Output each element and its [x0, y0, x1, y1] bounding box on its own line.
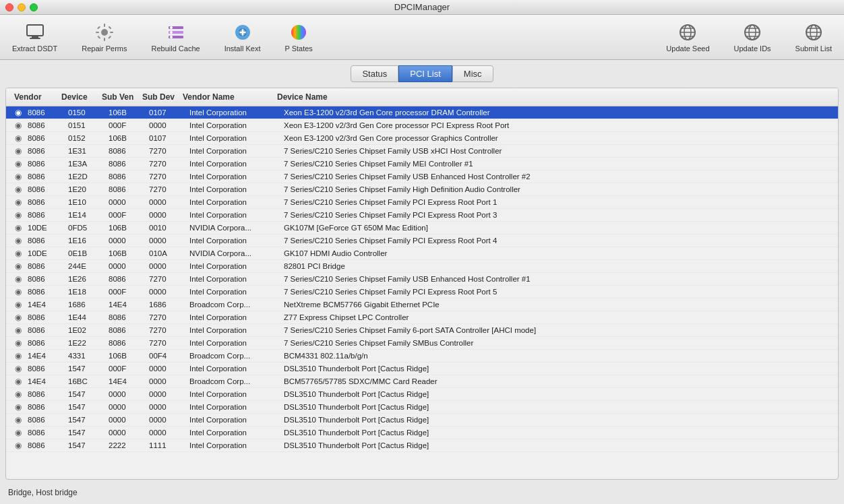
row-dname: Xeon E3-1200 v2/3rd Gen Core processor G…: [281, 133, 833, 143]
extract-dsdt-label: Extract DSDT: [12, 44, 57, 53]
table-row[interactable]: ◉ 14E4 16BC 14E4 0000 Broadcom Corp... B…: [6, 375, 838, 388]
table-row[interactable]: ◉ 8086 1E3A 8086 7270 Intel Corporation …: [6, 158, 838, 170]
row-vname: Intel Corporation: [187, 364, 281, 373]
row-dname: 7 Series/C210 Series Chipset Family USB …: [281, 172, 833, 181]
row-vendor: 8086: [25, 108, 65, 117]
row-vendor: 8086: [25, 338, 65, 348]
table-row[interactable]: ◉ 8086 1547 000F 0000 Intel Corporation …: [6, 363, 838, 375]
row-icon: ◉: [11, 402, 25, 412]
row-subven: 0000: [106, 389, 146, 399]
svg-point-17: [170, 36, 173, 38]
update-seed-button[interactable]: Update Seed: [661, 19, 715, 55]
maximize-button[interactable]: [30, 3, 38, 11]
repair-perms-button[interactable]: Repair Perms: [76, 19, 132, 55]
row-subdev: 0000: [146, 236, 187, 245]
p-states-icon: [288, 22, 309, 43]
row-dname: 7 Series/C210 Series Chipset Family SMBu…: [281, 338, 833, 348]
row-vname: Broadcom Corp...: [187, 377, 281, 386]
row-subdev: 0000: [146, 377, 187, 386]
table-row[interactable]: ◉ 8086 0152 106B 0107 Intel Corporation …: [6, 132, 838, 145]
table-row[interactable]: ◉ 8086 1547 0000 0000 Intel Corporation …: [6, 414, 838, 427]
col-vname: Vendor Name: [180, 91, 274, 103]
row-device: 0152: [65, 133, 106, 143]
install-kext-button[interactable]: Install Kext: [219, 19, 266, 55]
col-subven: Sub Ven: [99, 91, 140, 103]
row-subven: 106B: [106, 223, 146, 232]
row-vendor: 14E4: [25, 377, 65, 386]
row-vendor: 14E4: [25, 351, 65, 360]
table-row[interactable]: ◉ 8086 1E44 8086 7270 Intel Corporation …: [6, 311, 838, 324]
row-subdev: 7270: [146, 185, 187, 194]
row-vname: Intel Corporation: [187, 415, 281, 424]
minimize-button[interactable]: [18, 3, 26, 11]
row-vname: Intel Corporation: [187, 274, 281, 284]
update-ids-button[interactable]: Update IDs: [729, 19, 777, 55]
row-icon: ◉: [11, 415, 25, 424]
table-row[interactable]: ◉ 14E4 1686 14E4 1686 Broadcom Corp... N…: [6, 298, 838, 311]
extract-dsdt-button[interactable]: Extract DSDT: [7, 19, 63, 55]
table-row[interactable]: ◉ 8086 244E 0000 0000 Intel Corporation …: [6, 260, 838, 273]
table-row[interactable]: ◉ 8086 0150 106B 0107 Intel Corporation …: [6, 106, 838, 119]
table-row[interactable]: ◉ 8086 1E16 0000 0000 Intel Corporation …: [6, 234, 838, 247]
table-row[interactable]: ◉ 8086 1547 0000 0000 Intel Corporation …: [6, 427, 838, 439]
table-row[interactable]: ◉ 8086 1E14 000F 0000 Intel Corporation …: [6, 209, 838, 222]
row-vendor: 8086: [25, 313, 65, 322]
tab-misc[interactable]: Misc: [452, 65, 493, 82]
install-kext-label: Install Kext: [224, 44, 261, 53]
row-vname: Intel Corporation: [187, 261, 281, 271]
update-seed-icon: [677, 22, 698, 43]
tab-status[interactable]: Status: [351, 65, 398, 82]
row-icon: ◉: [11, 159, 25, 168]
table-row[interactable]: ◉ 8086 1E20 8086 7270 Intel Corporation …: [6, 183, 838, 196]
row-device: 1686: [65, 300, 106, 309]
table-row[interactable]: ◉ 8086 1E26 8086 7270 Intel Corporation …: [6, 273, 838, 286]
row-vendor: 8086: [25, 364, 65, 373]
table-row[interactable]: ◉ 10DE 0E1B 106B 010A NVIDIA Corpora... …: [6, 247, 838, 260]
svg-rect-0: [27, 25, 43, 36]
row-vname: Intel Corporation: [187, 441, 281, 450]
row-subven: 14E4: [106, 300, 146, 309]
svg-point-16: [170, 31, 173, 34]
p-states-label: P States: [284, 44, 312, 53]
row-vendor: 8086: [25, 287, 65, 296]
row-icon: ◉: [11, 261, 25, 271]
row-subdev: 7270: [146, 313, 187, 322]
row-device: 0151: [65, 121, 106, 130]
row-icon: ◉: [11, 185, 25, 194]
row-vname: Intel Corporation: [187, 121, 281, 130]
table-row[interactable]: ◉ 8086 1E2D 8086 7270 Intel Corporation …: [6, 170, 838, 183]
row-subdev: 0000: [146, 415, 187, 424]
row-dname: 7 Series/C210 Series Chipset Family PCI …: [281, 197, 833, 207]
submit-list-button[interactable]: Submit List: [790, 19, 837, 55]
table-row[interactable]: ◉ 8086 1E10 0000 0000 Intel Corporation …: [6, 196, 838, 209]
p-states-button[interactable]: P States: [279, 19, 318, 55]
row-vname: Intel Corporation: [187, 325, 281, 335]
table-row[interactable]: ◉ 8086 1E02 8086 7270 Intel Corporation …: [6, 324, 838, 337]
table-row[interactable]: ◉ 8086 0151 000F 0000 Intel Corporation …: [6, 119, 838, 132]
row-subven: 106B: [106, 351, 146, 360]
table-row[interactable]: ◉ 8086 1547 0000 0000 Intel Corporation …: [6, 401, 838, 414]
row-vname: Intel Corporation: [187, 428, 281, 437]
update-ids-label: Update IDs: [734, 44, 771, 53]
svg-rect-7: [110, 32, 113, 33]
table-body[interactable]: ◉ 8086 0150 106B 0107 Intel Corporation …: [6, 106, 838, 477]
table-row[interactable]: ◉ 8086 1E18 000F 0000 Intel Corporation …: [6, 286, 838, 298]
row-vname: Intel Corporation: [187, 236, 281, 245]
row-device: 1E22: [65, 338, 106, 348]
col-dname: Device Name: [274, 91, 833, 103]
table-row[interactable]: ◉ 8086 1547 0000 0000 Intel Corporation …: [6, 388, 838, 401]
tab-pci-list[interactable]: PCI List: [398, 65, 452, 82]
row-dname: DSL3510 Thunderbolt Port [Cactus Ridge]: [281, 415, 833, 424]
row-subdev: 0107: [146, 133, 187, 143]
table-row[interactable]: ◉ 8086 1E31 8086 7270 Intel Corporation …: [6, 145, 838, 158]
close-button[interactable]: [5, 3, 13, 11]
row-dname: GK107M [GeForce GT 650M Mac Edition]: [281, 223, 833, 232]
row-device: 1E3A: [65, 159, 106, 168]
svg-point-19: [291, 25, 306, 40]
table-row[interactable]: ◉ 14E4 4331 106B 00F4 Broadcom Corp... B…: [6, 350, 838, 363]
table-row[interactable]: ◉ 8086 1547 2222 1111 Intel Corporation …: [6, 439, 838, 452]
rebuild-cache-button[interactable]: Rebuild Cache: [146, 19, 205, 55]
row-subven: 106B: [106, 133, 146, 143]
table-row[interactable]: ◉ 8086 1E22 8086 7270 Intel Corporation …: [6, 337, 838, 350]
table-row[interactable]: ◉ 10DE 0FD5 106B 0010 NVIDIA Corpora... …: [6, 222, 838, 234]
